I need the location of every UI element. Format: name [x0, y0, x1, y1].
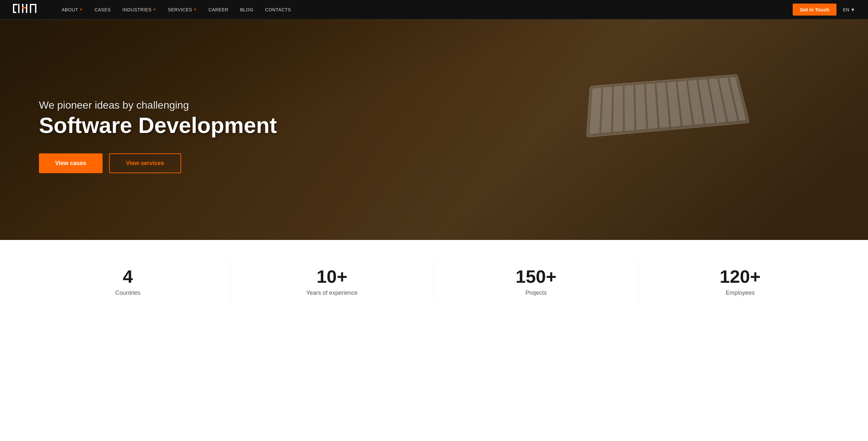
view-cases-button[interactable]: View cases: [39, 154, 102, 173]
chevron-down-icon: ▼: [193, 8, 197, 11]
chevron-down-icon: ▼: [153, 8, 156, 11]
language-selector[interactable]: EN ▼: [843, 7, 855, 12]
hero-content: We pioneer ideas by challenging Software…: [0, 86, 277, 173]
svg-rect-7: [30, 4, 31, 13]
nav-links: ABOUT ▼ CASES INDUSTRIES ▼ SERVICES ▼ CA…: [62, 7, 793, 12]
chevron-down-icon: ▼: [850, 7, 855, 12]
logo[interactable]: [13, 3, 42, 17]
stat-number-experience: 10+: [243, 266, 421, 287]
stat-number-countries: 4: [39, 266, 217, 287]
hero-section: We pioneer ideas by challenging Software…: [0, 20, 868, 240]
svg-rect-5: [22, 7, 27, 8]
nav-item-contacts[interactable]: CONTACTS: [265, 7, 291, 12]
hero-buttons: View cases View services: [39, 154, 277, 173]
svg-rect-3: [18, 4, 20, 13]
nav-item-services[interactable]: SERVICES ▼: [168, 7, 197, 12]
hero-subtitle: We pioneer ideas by challenging: [39, 99, 277, 111]
nav-item-industries[interactable]: INDUSTRIES ▼: [122, 7, 156, 12]
svg-rect-1: [13, 4, 18, 5]
stat-number-employees: 120+: [651, 266, 829, 287]
hero-title: Software Development: [39, 114, 277, 137]
nav-right: Get in Touch EN ▼: [793, 4, 855, 15]
view-services-button[interactable]: View services: [109, 154, 181, 173]
svg-rect-2: [13, 12, 16, 13]
get-in-touch-button[interactable]: Get in Touch: [793, 4, 837, 15]
nav-item-cases[interactable]: CASES: [94, 7, 111, 12]
chevron-down-icon: ▼: [80, 8, 83, 11]
svg-rect-0: [13, 4, 14, 13]
stat-label-experience: Years of experience: [306, 290, 358, 296]
stat-label-countries: Countries: [115, 290, 140, 296]
stat-employees: 120+ Employees: [638, 260, 842, 303]
nav-item-about[interactable]: ABOUT ▼: [62, 7, 83, 12]
svg-rect-9: [35, 4, 36, 13]
stat-label-projects: Projects: [526, 290, 547, 296]
stat-experience: 10+ Years of experience: [230, 260, 434, 303]
nav-item-blog[interactable]: BLOG: [240, 7, 253, 12]
stats-section: 4 Countries 10+ Years of experience 150+…: [0, 240, 868, 322]
logo-text: [13, 3, 42, 17]
stat-label-employees: Employees: [726, 290, 755, 296]
nav-item-career[interactable]: CAREER: [208, 7, 228, 12]
stat-countries: 4 Countries: [26, 260, 230, 303]
navbar: ABOUT ▼ CASES INDUSTRIES ▼ SERVICES ▼ CA…: [0, 0, 868, 20]
stat-number-projects: 150+: [447, 266, 625, 287]
stat-projects: 150+ Projects: [434, 260, 639, 303]
svg-rect-6: [26, 4, 27, 13]
